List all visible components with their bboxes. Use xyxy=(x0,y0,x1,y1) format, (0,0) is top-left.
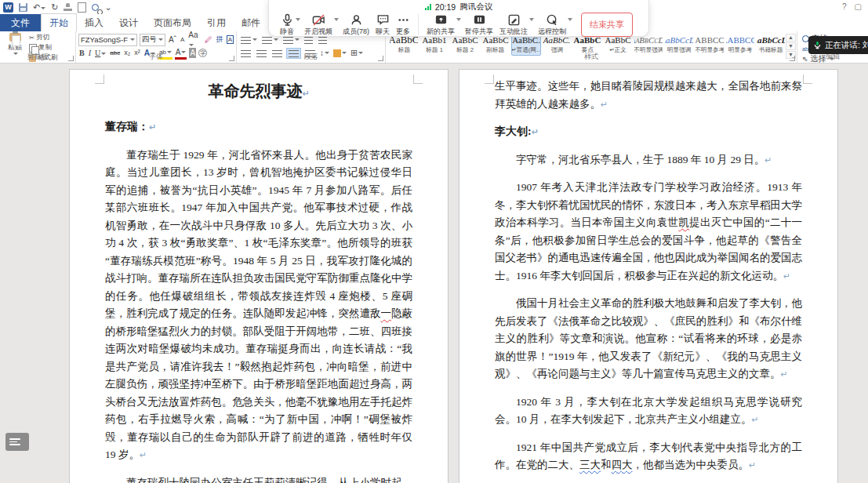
paragraph-mark: ↵ xyxy=(532,127,539,137)
paragraph[interactable]: 俄国十月社会主义革命的胜利极大地鼓舞和启发了李大钊，他先后发表了《法俄革命之比较… xyxy=(495,295,802,384)
speaking-toast: 正在讲话: 刘伟 xyxy=(808,36,868,54)
page-2[interactable]: 生平事迹。这些年，她目睹着陵园规模越来越大，全国各地前来祭拜英雄的人越来越多。↵… xyxy=(459,69,838,483)
help-icon[interactable]: ? xyxy=(842,2,847,11)
change-case-button[interactable]: Aa xyxy=(187,30,201,50)
remote-options-icon[interactable] xyxy=(568,18,572,21)
paragraph[interactable]: 董存瑞烈士陵园办公室主任王莉莉清晰记得，从上小学时起，她每年清明节都会来董存瑞烈… xyxy=(105,474,412,483)
qat-customize-icon[interactable]: ⌄ xyxy=(104,2,111,13)
margin-mark-icon xyxy=(485,74,494,84)
speaker-mic-icon xyxy=(813,41,822,49)
meeting-toolbar: 20:19 腾讯会议 静音 开启视频 成员(78) 聊天 更多 xyxy=(268,0,649,37)
character-border-icon[interactable]: A xyxy=(227,35,234,44)
person-icon xyxy=(350,13,363,27)
remote-control-button[interactable]: 远程控制 xyxy=(535,13,569,35)
microphone-icon xyxy=(281,13,294,27)
paragraph-mark: ↵ xyxy=(140,450,147,460)
page-1[interactable]: 革命先烈事迹↵董存瑞：↵董存瑞生于 1929 年，河北省怀来县人。他出身于贫苦农… xyxy=(69,69,449,483)
paragraph-mark: ↵ xyxy=(783,271,790,281)
new-share-button[interactable]: 新的共享 xyxy=(423,13,458,35)
style-preview: AABBCCD xyxy=(695,34,725,45)
bullets-button[interactable] xyxy=(239,35,258,45)
word-logo-icon[interactable]: W xyxy=(3,2,13,13)
tab-design[interactable]: 设计 xyxy=(111,14,146,31)
gallery-down-icon[interactable]: ▼ xyxy=(786,42,796,50)
annotation-options-icon[interactable] xyxy=(529,18,534,21)
word-window: W ↶ ↻ ⌄ ? ▢ 文件 开始 插入 设计 页面布局 引用 邮件 审阅 视图… xyxy=(0,0,868,483)
shrink-font-button[interactable]: A xyxy=(180,34,185,45)
style-preview: AaBbCcD. xyxy=(756,34,786,45)
print-preview-icon[interactable] xyxy=(92,4,99,11)
paragraph[interactable]: 1920 年 3 月，李大钊在北京大学发起组织马克思学说研究会。10 月，在李大… xyxy=(495,394,802,430)
paragraph-group-label: 段落 xyxy=(237,52,385,62)
section-heading[interactable]: 董存瑞：↵ xyxy=(105,118,412,137)
section-heading[interactable]: 李大钊:↵ xyxy=(495,123,802,142)
paragraph[interactable]: 1921 年中国共产党成立后，李大钊代表党中央指导北方的工作。在党的二大、三大和… xyxy=(495,439,802,475)
chat-icon xyxy=(376,13,390,27)
undo-icon[interactable]: ↶ xyxy=(33,2,45,13)
paragraph[interactable]: 1907 年考入天津北洋法政专门学校学习政治经济。1913 年冬，李大钊怀着忧国… xyxy=(495,179,802,285)
paste-icon xyxy=(9,33,21,42)
proofing-squiggle: 三大 xyxy=(579,459,601,470)
font-dialog-launcher[interactable] xyxy=(229,56,234,61)
ribbon-options-icon[interactable]: ▢ xyxy=(855,2,862,11)
cut-icon: ✂ xyxy=(29,34,35,42)
tab-references[interactable]: 引用 xyxy=(199,14,234,31)
proofing-squiggle: 四大 xyxy=(612,459,633,470)
paragraph[interactable]: 字守常，河北省乐亭县人，生于 1889 年 10 月 29 日。↵ xyxy=(495,151,802,170)
font-group: FZYaSongS-F 四号 Aˆ A Aa 🖉 拼 A B I U abc x… xyxy=(76,31,237,63)
styles-group-label: 样式 xyxy=(386,52,797,62)
meeting-title: 腾讯会议 xyxy=(459,2,492,13)
margin-mark-icon xyxy=(95,74,104,84)
style-preview: AABBCCI xyxy=(725,34,755,45)
page-2-text: 生平事迹。这些年，她目睹着陵园规模越来越大，全国各地前来祭拜英雄的人越来越多。↵… xyxy=(495,78,802,483)
end-share-button[interactable]: 结束共享 xyxy=(581,13,633,37)
tab-home[interactable]: 开始 xyxy=(41,13,77,31)
more-button[interactable]: 更多 xyxy=(393,13,413,35)
toolbar-divider xyxy=(418,14,419,34)
clipboard-dialog-launcher[interactable] xyxy=(68,56,74,61)
phonetic-guide-icon[interactable]: 拼 xyxy=(216,34,224,45)
share-options-icon[interactable] xyxy=(456,18,461,21)
signal-icon xyxy=(425,4,431,10)
clear-formatting-icon[interactable]: 🖉 xyxy=(204,34,213,45)
proofing-squiggle: 凯 xyxy=(678,216,689,228)
paragraph-dialog-launcher[interactable] xyxy=(378,56,383,61)
grow-font-button[interactable]: Aˆ xyxy=(168,34,177,45)
document-title[interactable]: 革命先烈事迹↵ xyxy=(105,79,412,106)
video-options-icon[interactable] xyxy=(334,18,339,21)
meeting-statusbar: 20:19 腾讯会议 xyxy=(269,0,648,12)
pause-share-button[interactable]: 暂停共享 xyxy=(462,13,496,35)
new-share-icon xyxy=(434,13,448,27)
paragraph[interactable]: 生平事迹。这些年，她目睹着陵园规模越来越大，全国各地前来祭拜英雄的人越来越多。↵ xyxy=(495,78,802,114)
page-1-text: 革命先烈事迹↵董存瑞：↵董存瑞生于 1929 年，河北省怀来县人。他出身于贫苦农… xyxy=(105,79,412,483)
paragraph[interactable]: 董存瑞生于 1929 年，河北省怀来县人。他出身于贫苦农民家庭。当过儿童团长，1… xyxy=(105,147,412,465)
mute-button[interactable]: 静音 xyxy=(277,13,297,35)
touch-mode-icon[interactable] xyxy=(64,3,72,11)
members-button[interactable]: 成员(78) xyxy=(340,13,372,35)
new-document-icon[interactable] xyxy=(78,2,86,13)
proofing-squiggle: 一 xyxy=(380,307,391,319)
speaking-toast-text: 正在讲话: 刘伟 xyxy=(825,40,868,51)
annotation-button[interactable]: 互动批注 xyxy=(496,13,531,35)
styles-dialog-launcher[interactable] xyxy=(790,56,795,61)
start-video-button[interactable]: 开启视频 xyxy=(301,13,336,35)
font-group-label: 字体 xyxy=(76,52,236,62)
meeting-time: 20:19 xyxy=(435,2,456,12)
tab-mailings[interactable]: 邮件 xyxy=(234,14,268,31)
mute-options-icon[interactable] xyxy=(296,18,300,21)
tab-file[interactable]: 文件 xyxy=(0,14,41,31)
copy-icon xyxy=(29,44,37,53)
remote-control-icon xyxy=(546,13,559,27)
tab-insert[interactable]: 插入 xyxy=(77,14,111,31)
font-name-combo[interactable]: FZYaSongS-F xyxy=(78,34,137,46)
save-icon[interactable] xyxy=(19,3,27,12)
paragraph-mark: ↵ xyxy=(751,415,758,425)
gallery-up-icon[interactable]: ▲ xyxy=(786,34,796,42)
replace-icon: ab xyxy=(802,46,808,52)
cut-button[interactable]: ✂剪切 xyxy=(29,33,58,42)
paragraph-mark: ↵ xyxy=(781,369,788,380)
annotation-toolbar-handle[interactable] xyxy=(5,433,29,451)
font-size-combo[interactable]: 四号 xyxy=(140,34,165,46)
redo-icon[interactable]: ↻ xyxy=(51,2,58,13)
chat-button[interactable]: 聊天 xyxy=(372,13,393,35)
